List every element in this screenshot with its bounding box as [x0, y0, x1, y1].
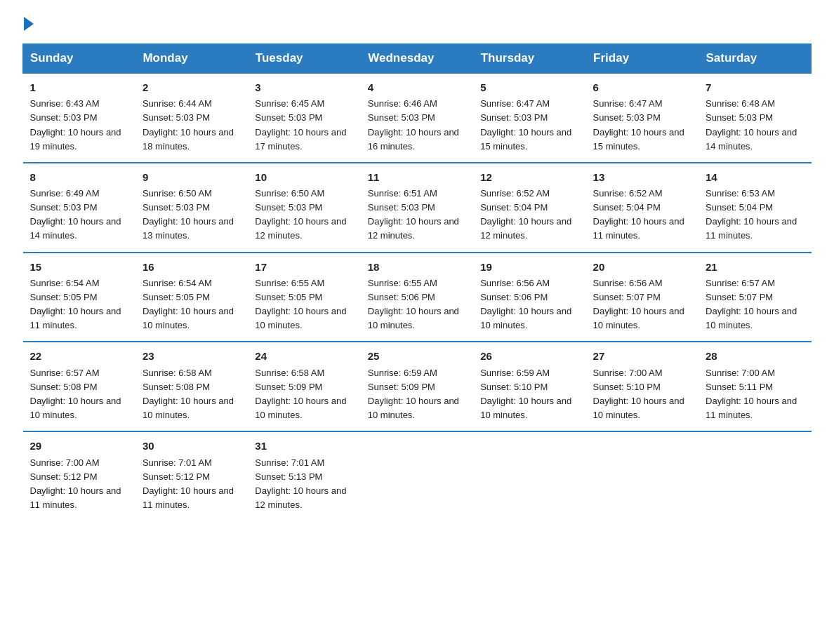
weekday-header-friday: Friday: [586, 44, 699, 74]
calendar-week-row: 22Sunrise: 6:57 AMSunset: 5:08 PMDayligh…: [23, 342, 812, 431]
calendar-cell: 22Sunrise: 6:57 AMSunset: 5:08 PMDayligh…: [23, 342, 135, 431]
sunset-text: Sunset: 5:13 PM: [255, 471, 322, 482]
daylight-text: Daylight: 10 hours and 18 minutes.: [143, 127, 234, 152]
sunrise-text: Sunrise: 6:52 AM: [593, 188, 663, 199]
calendar-cell: 13Sunrise: 6:52 AMSunset: 5:04 PMDayligh…: [586, 163, 699, 253]
sunrise-text: Sunrise: 6:47 AM: [593, 98, 663, 109]
daylight-text: Daylight: 10 hours and 11 minutes.: [593, 216, 684, 241]
sunrise-text: Sunrise: 6:49 AM: [30, 188, 100, 199]
calendar-cell: 3Sunrise: 6:45 AMSunset: 5:03 PMDaylight…: [248, 73, 360, 163]
sunrise-text: Sunrise: 6:54 AM: [30, 278, 100, 288]
daylight-text: Daylight: 10 hours and 10 minutes.: [480, 306, 571, 330]
daylight-text: Daylight: 10 hours and 10 minutes.: [480, 396, 571, 420]
weekday-header-monday: Monday: [135, 44, 248, 74]
sunrise-text: Sunrise: 6:52 AM: [480, 188, 550, 199]
calendar-cell: 24Sunrise: 6:58 AMSunset: 5:09 PMDayligh…: [248, 342, 360, 431]
daylight-text: Daylight: 10 hours and 14 minutes.: [706, 127, 797, 152]
sunrise-text: Sunrise: 6:56 AM: [480, 278, 550, 288]
sunset-text: Sunset: 5:05 PM: [255, 292, 322, 302]
day-number: 29: [30, 438, 128, 454]
day-number: 3: [255, 79, 353, 95]
daylight-text: Daylight: 10 hours and 15 minutes.: [480, 127, 571, 152]
calendar-cell: [699, 431, 811, 521]
page-header: [22, 17, 812, 31]
sunrise-text: Sunrise: 7:00 AM: [593, 368, 663, 378]
sunset-text: Sunset: 5:10 PM: [480, 382, 548, 392]
daylight-text: Daylight: 10 hours and 12 minutes.: [368, 216, 459, 241]
weekday-header-sunday: Sunday: [23, 44, 135, 74]
sunrise-text: Sunrise: 6:46 AM: [368, 98, 437, 109]
sunset-text: Sunset: 5:03 PM: [143, 202, 210, 213]
sunrise-text: Sunrise: 6:59 AM: [368, 368, 437, 378]
day-number: 26: [480, 348, 578, 364]
day-number: 10: [255, 169, 353, 185]
day-number: 23: [143, 348, 241, 364]
calendar-cell: 21Sunrise: 6:57 AMSunset: 5:07 PMDayligh…: [699, 253, 811, 342]
sunrise-text: Sunrise: 7:00 AM: [706, 368, 775, 378]
day-number: 7: [706, 79, 804, 95]
calendar-cell: 9Sunrise: 6:50 AMSunset: 5:03 PMDaylight…: [135, 163, 248, 253]
day-number: 24: [255, 348, 353, 364]
sunrise-text: Sunrise: 6:57 AM: [706, 278, 775, 288]
daylight-text: Daylight: 10 hours and 10 minutes.: [30, 396, 121, 420]
sunset-text: Sunset: 5:09 PM: [255, 382, 322, 392]
sunrise-text: Sunrise: 6:53 AM: [706, 188, 775, 199]
sunrise-text: Sunrise: 6:59 AM: [480, 368, 550, 378]
calendar-cell: [361, 431, 473, 521]
calendar-cell: 4Sunrise: 6:46 AMSunset: 5:03 PMDaylight…: [361, 73, 473, 163]
calendar-week-row: 15Sunrise: 6:54 AMSunset: 5:05 PMDayligh…: [23, 253, 812, 342]
day-number: 30: [143, 438, 241, 454]
sunset-text: Sunset: 5:07 PM: [593, 292, 661, 302]
day-number: 2: [143, 79, 241, 95]
weekday-header-tuesday: Tuesday: [248, 44, 360, 74]
daylight-text: Daylight: 10 hours and 14 minutes.: [30, 216, 121, 241]
calendar-cell: 10Sunrise: 6:50 AMSunset: 5:03 PMDayligh…: [248, 163, 360, 253]
calendar-cell: 6Sunrise: 6:47 AMSunset: 5:03 PMDaylight…: [586, 73, 699, 163]
day-number: 16: [143, 259, 241, 275]
sunrise-text: Sunrise: 7:01 AM: [255, 457, 324, 468]
daylight-text: Daylight: 10 hours and 13 minutes.: [143, 216, 234, 241]
calendar-cell: [473, 431, 585, 521]
day-number: 22: [30, 348, 128, 364]
sunrise-text: Sunrise: 6:48 AM: [706, 98, 775, 109]
calendar-cell: 27Sunrise: 7:00 AMSunset: 5:10 PMDayligh…: [586, 342, 699, 431]
calendar-cell: 18Sunrise: 6:55 AMSunset: 5:06 PMDayligh…: [361, 253, 473, 342]
sunset-text: Sunset: 5:03 PM: [706, 112, 773, 123]
sunset-text: Sunset: 5:03 PM: [30, 202, 98, 213]
calendar-cell: 5Sunrise: 6:47 AMSunset: 5:03 PMDaylight…: [473, 73, 585, 163]
calendar-table: SundayMondayTuesdayWednesdayThursdayFrid…: [22, 43, 812, 521]
sunset-text: Sunset: 5:06 PM: [480, 292, 548, 302]
day-number: 28: [706, 348, 804, 364]
daylight-text: Daylight: 10 hours and 10 minutes.: [255, 306, 346, 330]
sunset-text: Sunset: 5:04 PM: [706, 202, 773, 213]
sunrise-text: Sunrise: 6:55 AM: [368, 278, 437, 288]
sunset-text: Sunset: 5:05 PM: [143, 292, 210, 302]
day-number: 12: [480, 169, 578, 185]
daylight-text: Daylight: 10 hours and 12 minutes.: [255, 485, 346, 510]
sunrise-text: Sunrise: 6:57 AM: [30, 368, 100, 378]
weekday-header-saturday: Saturday: [699, 44, 811, 74]
sunset-text: Sunset: 5:03 PM: [593, 112, 661, 123]
daylight-text: Daylight: 10 hours and 16 minutes.: [368, 127, 459, 152]
daylight-text: Daylight: 10 hours and 10 minutes.: [368, 396, 459, 420]
calendar-cell: 15Sunrise: 6:54 AMSunset: 5:05 PMDayligh…: [23, 253, 135, 342]
sunrise-text: Sunrise: 6:47 AM: [480, 98, 550, 109]
sunset-text: Sunset: 5:08 PM: [30, 382, 98, 392]
sunset-text: Sunset: 5:03 PM: [30, 112, 98, 123]
daylight-text: Daylight: 10 hours and 10 minutes.: [706, 306, 797, 330]
calendar-cell: 20Sunrise: 6:56 AMSunset: 5:07 PMDayligh…: [586, 253, 699, 342]
weekday-header-thursday: Thursday: [473, 44, 585, 74]
day-number: 20: [593, 259, 691, 275]
weekday-header-wednesday: Wednesday: [361, 44, 473, 74]
calendar-week-row: 29Sunrise: 7:00 AMSunset: 5:12 PMDayligh…: [23, 431, 812, 521]
calendar-cell: 31Sunrise: 7:01 AMSunset: 5:13 PMDayligh…: [248, 431, 360, 521]
daylight-text: Daylight: 10 hours and 19 minutes.: [30, 127, 121, 152]
day-number: 6: [593, 79, 691, 95]
sunrise-text: Sunrise: 6:51 AM: [368, 188, 437, 199]
daylight-text: Daylight: 10 hours and 11 minutes.: [143, 485, 234, 510]
calendar-cell: 28Sunrise: 7:00 AMSunset: 5:11 PMDayligh…: [699, 342, 811, 431]
sunrise-text: Sunrise: 7:00 AM: [30, 457, 100, 468]
day-number: 19: [480, 259, 578, 275]
sunset-text: Sunset: 5:03 PM: [255, 202, 322, 213]
daylight-text: Daylight: 10 hours and 12 minutes.: [255, 216, 346, 241]
